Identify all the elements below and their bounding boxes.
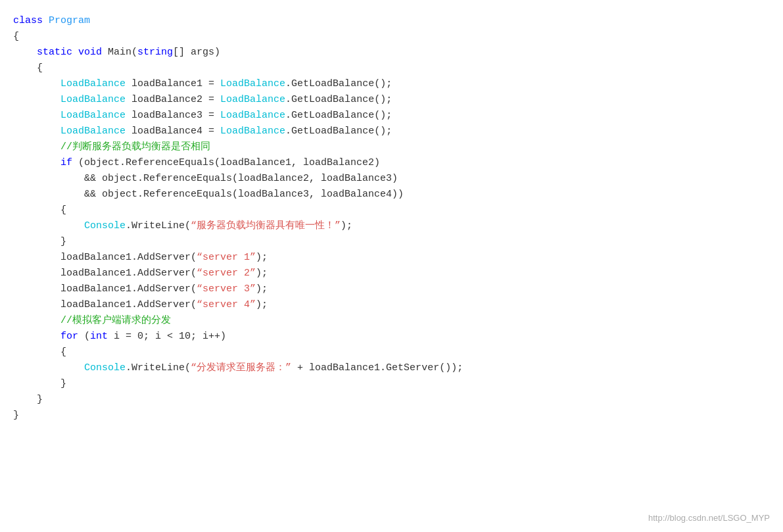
code-line: //判断服务器负载均衡器是否相同: [13, 139, 770, 155]
code-line: LoadBalance loadBalance2 = LoadBalance.G…: [13, 92, 770, 108]
code-line: {: [13, 29, 770, 45]
code-line: LoadBalance loadBalance3 = LoadBalance.G…: [13, 108, 770, 124]
code-line: LoadBalance loadBalance1 = LoadBalance.G…: [13, 76, 770, 92]
code-line: {: [13, 345, 770, 360]
code-line: LoadBalance loadBalance4 = LoadBalance.G…: [13, 124, 770, 139]
code-line: loadBalance1.AddServer(“server 4”);: [13, 297, 770, 313]
code-line: && object.ReferenceEquals(loadBalance2, …: [13, 171, 770, 187]
code-line: }: [13, 234, 770, 250]
code-line: class Program: [13, 13, 770, 29]
code-block: class Program{ static void Main(string[]…: [0, 7, 783, 450]
code-line: }: [13, 392, 770, 408]
code-line: {: [13, 203, 770, 218]
code-line: Console.WriteLine(“服务器负载均衡器具有唯一性！”);: [13, 218, 770, 234]
code-line: //模拟客户端请求的分发: [13, 313, 770, 329]
code-line: loadBalance1.AddServer(“server 2”);: [13, 266, 770, 281]
code-line: loadBalance1.AddServer(“server 1”);: [13, 250, 770, 266]
code-line: }: [13, 376, 770, 392]
code-line: static void Main(string[] args): [13, 45, 770, 60]
watermark: http://blog.csdn.net/LSGO_MYP: [648, 512, 770, 525]
code-line: }: [13, 408, 770, 423]
code-line: {: [13, 60, 770, 76]
code-line: && object.ReferenceEquals(loadBalance3, …: [13, 187, 770, 203]
code-line: Console.WriteLine(“分发请求至服务器：” + loadBala…: [13, 360, 770, 376]
code-line: for (int i = 0; i < 10; i++): [13, 329, 770, 345]
code-line: loadBalance1.AddServer(“server 3”);: [13, 281, 770, 297]
code-line: if (object.ReferenceEquals(loadBalance1,…: [13, 155, 770, 171]
